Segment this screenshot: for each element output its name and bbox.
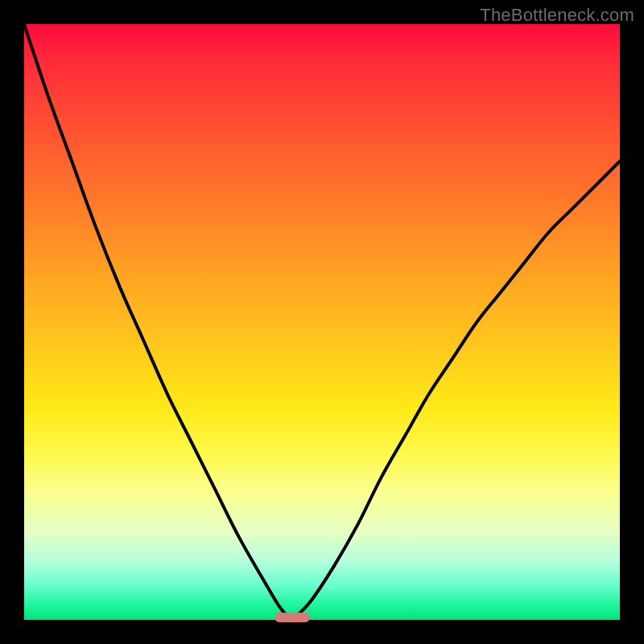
curve-layer [24, 24, 620, 620]
watermark-text: TheBottleneck.com [480, 5, 634, 26]
plot-area [24, 24, 620, 620]
left-curve [24, 24, 292, 620]
minimum-marker [275, 613, 310, 622]
outer-frame: TheBottleneck.com [0, 0, 644, 644]
right-curve [292, 161, 620, 620]
